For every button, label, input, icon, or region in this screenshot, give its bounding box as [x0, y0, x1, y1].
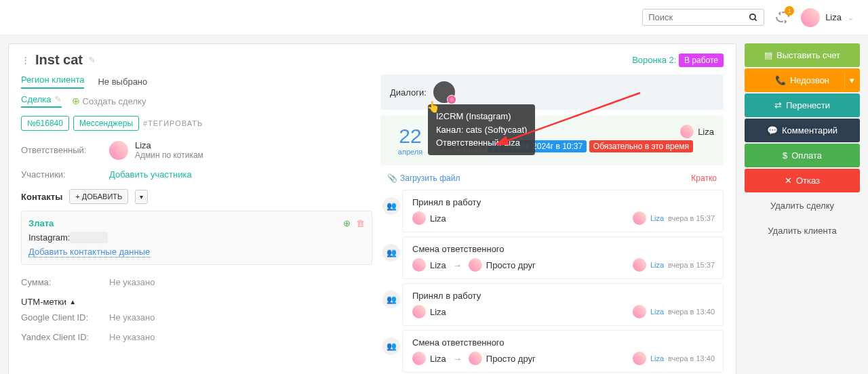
avatar — [469, 352, 482, 365]
feed-meta: Liza вчера в 13:40 — [633, 305, 715, 318]
transfer-button[interactable]: ⇄Перенести — [745, 94, 860, 117]
feed-meta: Liza вчера в 15:37 — [633, 211, 715, 225]
feed-title: Смена ответственного — [412, 337, 713, 348]
region-value[interactable]: Не выбрано — [98, 77, 147, 87]
avatar — [412, 352, 426, 365]
avatar — [633, 305, 646, 318]
comment-button[interactable]: 💬Комментарий — [745, 119, 860, 142]
instagram-badge-icon — [447, 95, 456, 104]
delete-client-link[interactable]: Удалить клиента — [745, 219, 860, 243]
contact-name[interactable]: Злата — [28, 218, 365, 228]
username: Liza — [825, 12, 842, 22]
utm-label[interactable]: UTM-метки — [21, 297, 66, 307]
collapse-icon[interactable]: ▲ — [69, 298, 76, 306]
no-answer-button[interactable]: 📞Недозвон▾ — [745, 68, 860, 92]
funnel-label[interactable]: Воронка 2: — [632, 55, 676, 65]
feed-type-icon: 👥 — [382, 244, 400, 262]
tag-number[interactable]: №616840 — [21, 116, 69, 131]
create-deal-button[interactable]: ⊕Создать сделку — [72, 96, 146, 106]
meta-time: вчера в 13:40 — [668, 308, 715, 316]
feed-user-name: Liza — [430, 260, 446, 270]
payment-button[interactable]: $Оплата — [745, 144, 860, 167]
meta-user: Liza — [650, 308, 664, 316]
contact-platform-label: Instagram: — [28, 232, 70, 243]
feed-item[interactable]: 👥Принял в работуLizaLiza вчера в 15:37 — [402, 190, 724, 232]
dialog-tooltip: I2CRM (Instagram) Канал: cats (Softycaat… — [428, 104, 535, 155]
avatar — [801, 8, 820, 27]
phone-icon: 📞 — [775, 75, 786, 85]
tag-messengers[interactable]: Мессенджеры — [73, 116, 139, 131]
feed-user-name: Liza — [430, 213, 446, 224]
notifications-button[interactable]: 1 — [774, 9, 791, 26]
feed-user-name: Liza — [430, 307, 446, 317]
status-badge[interactable]: В работе — [679, 54, 724, 67]
search-input[interactable] — [648, 12, 749, 22]
short-view-link[interactable]: Кратко — [691, 173, 717, 183]
invoice-button[interactable]: ▤Выставить счет — [745, 43, 860, 67]
delete-icon[interactable]: 🗑 — [356, 218, 365, 228]
doc-icon: ▤ — [764, 50, 772, 60]
tooltip-line2: Канал: cats (Softycaat) — [436, 123, 527, 137]
user-menu[interactable]: Liza ⌄ — [801, 8, 854, 27]
feed-item[interactable]: 👥Смена ответственногоLiza→Просто другLiz… — [402, 330, 724, 373]
chevron-down-icon[interactable]: ▾ — [850, 75, 854, 85]
pencil-icon[interactable]: ✎ — [54, 94, 62, 104]
avatar — [412, 258, 426, 272]
search-icon[interactable] — [749, 13, 758, 22]
avatar — [680, 125, 694, 138]
upload-file-link[interactable]: 📎Загрузить файл — [387, 173, 460, 183]
add-contact-button[interactable]: + ДОБАВИТЬ — [69, 189, 128, 204]
responsible-user[interactable]: Liza Админ по котикам — [109, 140, 203, 160]
add-participant-link[interactable]: Добавить участника — [109, 169, 192, 180]
edit-title-icon[interactable]: ✎ — [88, 55, 96, 65]
contact-dropdown[interactable]: ▾ — [135, 190, 148, 204]
avatar — [633, 211, 646, 225]
feed-user-name: Просто друг — [486, 260, 536, 270]
avatar — [412, 211, 426, 225]
mandatory-badge: Обязательно в это время — [589, 140, 693, 152]
cursor-icon: 👆 — [427, 100, 440, 113]
feed-item[interactable]: 👥Принял в работуLizaLiza вчера в 13:40 — [402, 283, 724, 326]
deal-title: Inst cat — [35, 52, 83, 68]
dollar-icon: $ — [783, 150, 787, 161]
add-icon[interactable]: ⊕ — [343, 218, 351, 228]
search-box[interactable] — [642, 9, 764, 26]
tooltip-line3: Ответственный: Liza — [436, 136, 527, 150]
clip-icon: 📎 — [387, 173, 397, 183]
ycid-label: Yandex Client ID: — [21, 332, 109, 342]
avatar — [109, 141, 128, 160]
delete-deal-link[interactable]: Удалить сделку — [745, 194, 860, 217]
gcid-value: Не указано — [109, 312, 155, 323]
tab-deal[interactable]: Сделка✎ — [21, 94, 62, 108]
sum-label: Сумма: — [21, 277, 109, 287]
tab-region[interactable]: Регион клиента — [21, 75, 84, 89]
ycid-value: Не указано — [109, 332, 155, 342]
chevron-down-icon: ⌄ — [847, 12, 854, 22]
feed-type-icon: 👥 — [382, 197, 400, 215]
feed-title: Принял в работу — [412, 291, 713, 301]
feed-meta: Liza вчера в 13:40 — [633, 352, 715, 365]
tag-action[interactable]: #ТЕГИРОВАТЬ — [143, 119, 203, 127]
notif-badge: 1 — [785, 6, 794, 16]
add-contact-data-link[interactable]: Добавить контактные данные — [28, 247, 150, 257]
svg-point-0 — [750, 14, 755, 19]
meta-user: Liza — [650, 214, 664, 222]
contact-card: ⊕ 🗑 Злата Instagram: Добавить контактные… — [21, 211, 372, 265]
refuse-button[interactable]: ✕Отказ — [745, 169, 860, 192]
drag-icon[interactable]: ⋮ — [21, 55, 30, 65]
gcid-label: Google Client ID: — [21, 312, 109, 323]
sum-value: Не указано — [109, 277, 155, 287]
avatar — [469, 258, 482, 272]
feed-user-name: Liza — [430, 354, 446, 364]
event-user-name: Liza — [698, 127, 714, 137]
feed-item[interactable]: 👥Смена ответственногоLiza→Просто другLiz… — [402, 236, 724, 279]
transfer-icon: ⇄ — [774, 100, 782, 110]
event-user[interactable]: Liza — [680, 125, 714, 138]
feed-type-icon: 👥 — [382, 291, 400, 308]
dialogs-label: Диалоги: — [390, 87, 427, 98]
avatar — [412, 305, 426, 318]
meta-user: Liza — [650, 354, 664, 362]
meta-time: вчера в 15:37 — [668, 214, 715, 222]
feed-title: Смена ответственного — [412, 244, 713, 254]
event-day: 22 — [390, 125, 431, 148]
